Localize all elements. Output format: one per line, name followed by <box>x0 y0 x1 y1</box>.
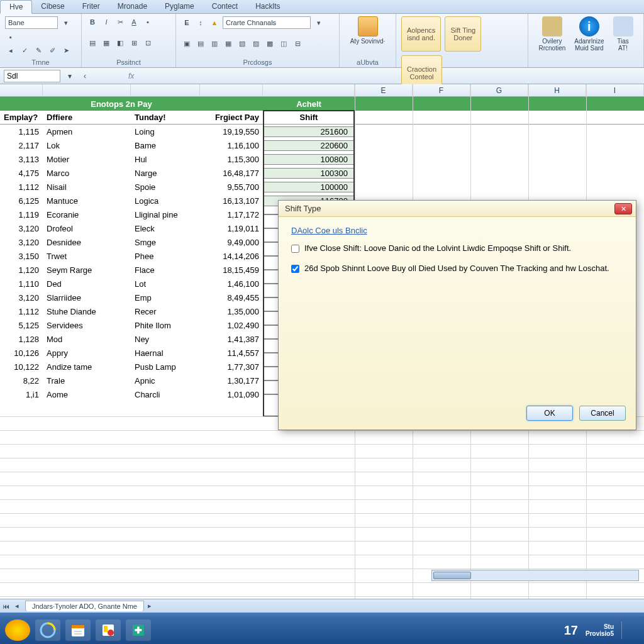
svg-point-6 <box>108 630 114 636</box>
menu-tabs: Hve Cibese Friter Mronade Pyglame Contec… <box>0 0 644 14</box>
dialog-help-link[interactable]: DAolc Coe uls Bnclic <box>291 226 623 235</box>
dropdown-icon[interactable]: ▾ <box>60 17 72 28</box>
fx-label: fx <box>128 72 134 80</box>
ribbon: Bane ▾ ▪ ◂ ✓ ✎ ✐ ➤ Trnne B I ✂ A • ▤ ▦ ◧… <box>0 14 644 68</box>
info-icon[interactable]: i <box>579 16 599 36</box>
g7[interactable]: ▩ <box>264 38 275 50</box>
first-sheet-icon[interactable]: ⏮ <box>0 601 11 612</box>
dropdown-icon[interactable]: ▾ <box>313 17 325 28</box>
group-label: Trnne <box>5 58 76 66</box>
g2[interactable]: ▤ <box>195 38 206 50</box>
formula-bar: ▾ ‹ fx <box>0 68 644 84</box>
style-combo[interactable]: Crarte Chnanals <box>223 16 311 29</box>
btn-a[interactable]: ▤ <box>87 38 98 49</box>
cancel-button[interactable]: Cancel <box>579 406 626 421</box>
btn-c[interactable]: ◧ <box>114 38 126 49</box>
paste-icon[interactable] <box>358 16 378 36</box>
dialog-option-1[interactable]: Ifve Close Shift: Loove Danic od the Lol… <box>291 243 623 254</box>
g4[interactable]: ▦ <box>223 38 234 50</box>
cut-icon[interactable]: ✂ <box>114 16 126 28</box>
btn-e[interactable]: ⊡ <box>142 38 153 49</box>
sheet-tab[interactable]: Jndars·Tynoler ADO, Gnante Nme <box>25 601 144 611</box>
svg-rect-2 <box>72 625 84 628</box>
table-row[interactable]: 1,115ApmenLoing19,19,550251600 <box>0 125 644 138</box>
next-sheet-icon[interactable]: ▸ <box>144 601 155 612</box>
fill-icon[interactable]: ▲ <box>209 17 220 28</box>
horizontal-scrollbar[interactable] <box>431 570 639 581</box>
app-icon-1[interactable] <box>96 619 121 641</box>
g5[interactable]: ▧ <box>236 38 248 50</box>
tab-2[interactable]: Friter <box>74 0 109 13</box>
close-icon[interactable]: ✕ <box>614 203 632 214</box>
sort-icon[interactable]: ↕ <box>195 17 206 28</box>
tab-5[interactable]: Contect <box>203 0 247 13</box>
clock-time: 17 <box>564 623 578 638</box>
btn-b[interactable]: ▦ <box>101 38 112 49</box>
pen-icon[interactable]: ✐ <box>47 45 58 57</box>
g6[interactable]: ▨ <box>250 38 262 50</box>
big-btn-2[interactable]: Sift TingDoner <box>445 16 481 52</box>
option-1-checkbox[interactable] <box>291 245 299 253</box>
tab-3[interactable]: Mronade <box>109 0 156 13</box>
underline-icon[interactable]: A <box>128 16 140 28</box>
arrow-right-icon[interactable]: ➤ <box>60 45 72 57</box>
tab-1[interactable]: Cibese <box>32 0 73 13</box>
paste-label: Aty Sovinvd· <box>350 38 386 45</box>
group-label: Pssitnct <box>87 58 170 66</box>
big-btn-1[interactable]: Aolpencsisnd and. <box>401 16 441 52</box>
brush-icon[interactable]: ✎ <box>33 45 44 57</box>
dot-icon[interactable]: • <box>142 16 153 28</box>
start-icon[interactable] <box>5 619 30 641</box>
taskbar: ✚ 17 StuProvisio5 <box>0 616 644 644</box>
group-label: Prcdosgs <box>181 58 334 66</box>
option-2-checkbox[interactable] <box>291 265 299 273</box>
shift-type-dialog: Shift Type ✕ DAolc Coe uls Bnclic Ifve C… <box>278 200 636 430</box>
expand-icon[interactable]: ‹ <box>79 70 91 82</box>
dropdown-icon[interactable]: ▾ <box>64 70 75 82</box>
ok-button[interactable]: OK <box>526 406 573 421</box>
g3[interactable]: ▥ <box>209 38 220 50</box>
table-row[interactable]: 1,112NisailSpoie9,55,700100000 <box>0 180 644 194</box>
tab-home[interactable]: Hve <box>0 0 32 14</box>
table-row[interactable]: 2,117LokBame1,16,100220600 <box>0 138 644 152</box>
show-desktop-icon[interactable] <box>621 621 634 639</box>
svg-rect-7 <box>104 626 108 632</box>
tab-6[interactable]: Hacklts <box>247 0 289 13</box>
dialog-title: Shift Type <box>285 204 321 213</box>
bold-icon[interactable]: B <box>87 16 98 28</box>
prev-sheet-icon[interactable]: ◂ <box>11 601 23 612</box>
group-label: aUbvta <box>345 58 391 66</box>
g8[interactable]: ◫ <box>278 38 289 50</box>
small-btn-1[interactable]: ▪ <box>5 31 16 43</box>
sheet-tab-bar: ⏮ ◂ Jndars·Tynoler ADO, Gnante Nme ▸ <box>0 599 644 613</box>
table-row[interactable]: 3,113MotierHul1,15,300100800 <box>0 152 644 166</box>
help-icon[interactable] <box>613 16 633 36</box>
browser-icon[interactable] <box>35 619 60 641</box>
font-combo[interactable]: Bane <box>5 16 58 29</box>
excel-icon[interactable]: ✚ <box>126 619 151 641</box>
table-row[interactable]: 4,175MarcoNarge16,48,177100300 <box>0 166 644 180</box>
g9[interactable]: ⊟ <box>292 38 303 50</box>
gallery-icon[interactable] <box>542 16 562 36</box>
calendar-icon[interactable] <box>65 619 91 641</box>
italic-icon[interactable]: I <box>101 16 112 28</box>
table-title-right: Achelt <box>263 99 355 109</box>
check-icon[interactable]: ✓ <box>19 45 30 57</box>
svg-text:✚: ✚ <box>135 625 142 635</box>
align-icon[interactable]: E <box>181 17 192 28</box>
arrow-left-icon[interactable]: ◂ <box>5 45 16 57</box>
g1[interactable]: ▣ <box>181 38 192 50</box>
btn-d[interactable]: ⊞ <box>128 38 140 49</box>
tab-4[interactable]: Pyglame <box>156 0 203 13</box>
dialog-option-2[interactable]: 26d Spob Shinnt Loove Buy oll Died Used … <box>291 263 623 274</box>
name-box[interactable] <box>4 70 60 82</box>
table-title-left: Enotops 2n Pay <box>43 99 200 109</box>
